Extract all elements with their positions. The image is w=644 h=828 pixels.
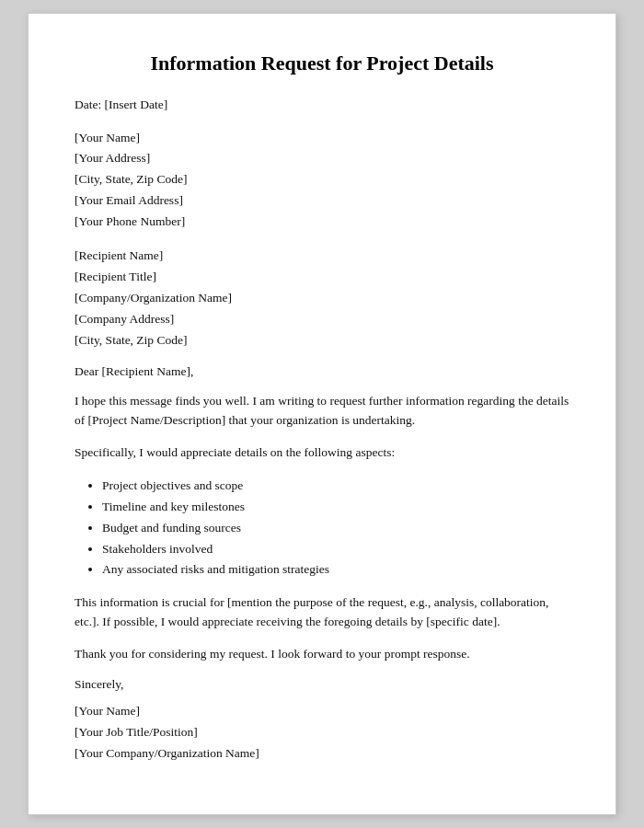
document-title: Information Request for Project Details — [75, 51, 569, 77]
sender-city-state-zip: [City, State, Zip Code] — [75, 169, 569, 190]
body-paragraph-2: Specifically, I would appreciate details… — [75, 443, 569, 463]
sender-phone: [Your Phone Number] — [75, 212, 569, 233]
signature-company: [Your Company/Organization Name] — [75, 743, 569, 765]
recipient-name: [Recipient Name] — [75, 246, 569, 267]
body-paragraph-3: This information is crucial for [mention… — [75, 593, 569, 632]
sender-address-block: [Your Name] [Your Address] [City, State,… — [75, 128, 569, 234]
salutation: Dear [Recipient Name], — [75, 364, 569, 379]
body-paragraph-4: Thank you for considering my request. I … — [75, 645, 569, 664]
document-page: Information Request for Project Details … — [28, 13, 616, 815]
sender-address: [Your Address] — [75, 148, 569, 169]
body-paragraph-1: I hope this message finds you well. I am… — [75, 392, 569, 431]
bullet-item-2: Timeline and key milestones — [102, 497, 569, 518]
date-line: Date: [Insert Date] — [75, 96, 569, 115]
recipient-company: [Company/Organization Name] — [75, 288, 569, 309]
bullet-item-1: Project objectives and scope — [102, 476, 569, 497]
bullet-item-3: Budget and funding sources — [102, 518, 569, 539]
recipient-address-block: [Recipient Name] [Recipient Title] [Comp… — [75, 246, 569, 351]
signature-title: [Your Job Title/Position] — [75, 722, 569, 743]
bullet-item-5: Any associated risks and mitigation stra… — [102, 559, 569, 581]
closing: Sincerely, — [75, 677, 569, 692]
recipient-city-state-zip: [City, State, Zip Code] — [75, 330, 569, 351]
signature-name: [Your Name] — [75, 701, 569, 722]
bullet-list: Project objectives and scope Timeline an… — [75, 476, 569, 581]
bullet-item-4: Stakeholders involved — [102, 539, 569, 560]
recipient-title: [Recipient Title] — [75, 267, 569, 288]
signature-block: [Your Name] [Your Job Title/Position] [Y… — [75, 701, 569, 765]
sender-email: [Your Email Address] — [75, 190, 569, 212]
recipient-address: [Company Address] — [75, 309, 569, 330]
sender-name: [Your Name] — [75, 128, 569, 149]
